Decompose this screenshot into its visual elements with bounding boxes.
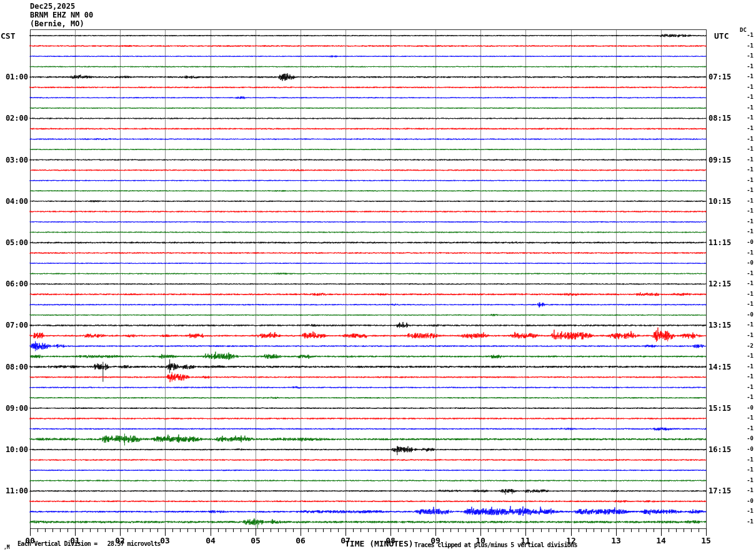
utc-hour-label: 15:15: [709, 404, 731, 413]
helicorder-plot: [0, 0, 756, 554]
header-date: Dec25,2025: [30, 2, 75, 11]
utc-hour-label: 16:15: [709, 445, 731, 454]
minute-tick-label: 15: [697, 536, 715, 545]
utc-hour-label: 11:15: [709, 238, 731, 247]
dc-value: -1: [742, 321, 754, 328]
cst-hour-label: 07:00: [1, 321, 28, 330]
dc-value: -1: [742, 136, 754, 142]
utc-axis-label: UTC: [714, 31, 729, 41]
dc-value: -1: [742, 456, 754, 463]
cst-hour-label: 09:00: [1, 404, 28, 413]
cst-hour-label: 06:00: [1, 280, 28, 288]
dc-value: -1: [742, 249, 754, 256]
dc-value: -1: [742, 518, 754, 525]
dc-value: -1: [742, 218, 754, 224]
cst-hour-label: 02:00: [1, 114, 28, 123]
dc-value: -1: [742, 270, 754, 276]
dc-value: -1: [742, 425, 754, 431]
minute-tick-label: 05: [246, 536, 265, 545]
dc-value: -1: [742, 415, 754, 421]
dc-value: -1: [742, 208, 754, 214]
dc-value: -1: [742, 146, 754, 152]
dc-value: -1: [742, 363, 754, 370]
dc-value: -1: [742, 125, 754, 131]
dc-value: -1: [742, 353, 754, 359]
cst-axis-label: CST: [1, 31, 15, 41]
header-station: BRNM EHZ NM 00: [30, 11, 93, 19]
minute-tick-label: 13: [607, 536, 625, 545]
dc-value: -1: [742, 94, 754, 100]
dc-value: -1: [742, 373, 754, 380]
dc-value: -1: [742, 301, 754, 307]
dc-value: -1: [742, 156, 754, 163]
dc-value: -1: [742, 73, 754, 79]
dc-value: -2: [742, 343, 754, 349]
dc-value: -1: [742, 508, 754, 514]
utc-hour-label: 12:15: [709, 280, 731, 288]
x-axis-title: TIME (MINUTES): [345, 539, 414, 548]
dc-value: -1: [742, 228, 754, 234]
dc-value: -0: [742, 435, 754, 441]
dc-value: -0: [742, 259, 754, 266]
utc-hour-label: 07:15: [709, 73, 731, 81]
dc-value: -1: [742, 280, 754, 286]
minute-tick-label: 04: [201, 536, 220, 545]
dc-value: -1: [742, 166, 754, 173]
dc-value: -1: [742, 84, 754, 90]
utc-hour-label: 14:15: [709, 363, 731, 371]
dc-value: -1: [742, 187, 754, 193]
minute-tick-label: 06: [291, 536, 310, 545]
dc-value: -1: [742, 466, 754, 473]
dc-value: -0: [742, 405, 754, 411]
dc-value: -1: [742, 32, 754, 38]
dc-value: -1: [742, 177, 754, 183]
utc-hour-label: 10:15: [709, 197, 731, 206]
dc-value: -1: [742, 291, 754, 297]
utc-hour-label: 08:15: [709, 114, 731, 123]
dc-value: -0: [742, 446, 754, 452]
cst-hour-label: 04:00: [1, 197, 28, 206]
dc-value: -1: [742, 477, 754, 483]
watermark: ,M: [4, 545, 10, 550]
helicorder-page: Dec25,2025 BRNM EHZ NM 00 (Bernie, MO) C…: [0, 0, 756, 554]
dc-value: -1: [742, 104, 754, 111]
cst-hour-label: 03:00: [1, 156, 28, 164]
dc-value: -0: [742, 498, 754, 504]
minute-tick-label: 14: [652, 536, 670, 545]
utc-hour-label: 13:15: [709, 321, 731, 330]
cst-hour-label: 10:00: [1, 445, 28, 454]
dc-value: -1: [742, 384, 754, 390]
dc-value: -1: [742, 332, 754, 338]
dc-value: -1: [742, 487, 754, 493]
cst-hour-label: 01:00: [1, 73, 28, 81]
dc-value: -1: [742, 43, 754, 49]
utc-hour-label: 17:15: [709, 486, 731, 495]
utc-hour-label: 09:15: [709, 156, 731, 164]
clip-note: Traces clipped at plus/minus 5 vertical …: [414, 541, 577, 548]
dc-value: -1: [742, 198, 754, 204]
dc-value: -0: [742, 239, 754, 245]
scale-note: Each Vertical Division = 28.57 microvolt…: [17, 540, 161, 547]
dc-value: -1: [742, 394, 754, 400]
cst-hour-label: 11:00: [1, 486, 28, 495]
dc-value: -1: [742, 63, 754, 69]
dc-value: -0: [742, 311, 754, 318]
cst-hour-label: 08:00: [1, 363, 28, 371]
dc-value: -1: [742, 53, 754, 59]
cst-hour-label: 05:00: [1, 238, 28, 247]
header-location: (Bernie, MO): [30, 19, 84, 28]
dc-value: -1: [742, 114, 754, 121]
